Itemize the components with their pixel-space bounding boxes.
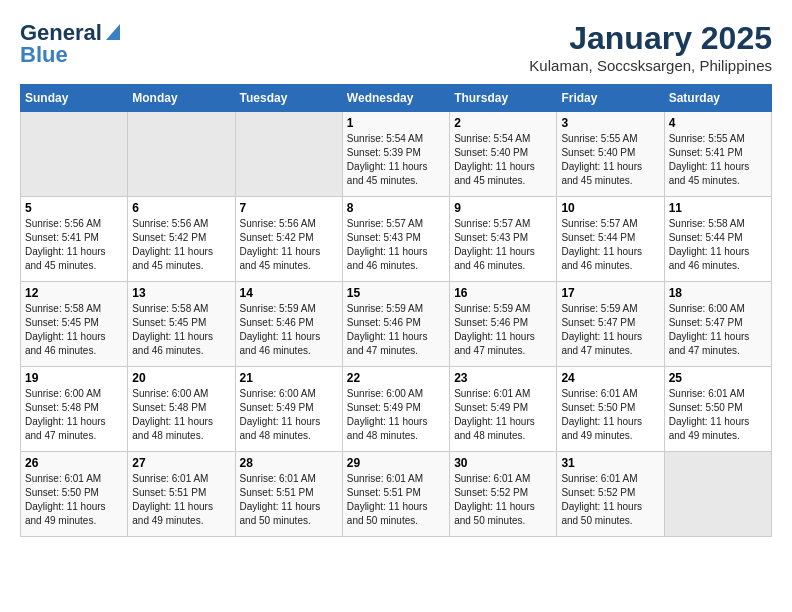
day-info: Sunrise: 5:57 AMSunset: 5:44 PMDaylight:… — [561, 217, 659, 273]
day-number: 6 — [132, 201, 230, 215]
day-cell: 1Sunrise: 5:54 AMSunset: 5:39 PMDaylight… — [342, 112, 449, 197]
day-number: 29 — [347, 456, 445, 470]
day-info: Sunrise: 6:00 AMSunset: 5:48 PMDaylight:… — [132, 387, 230, 443]
day-info: Sunrise: 6:00 AMSunset: 5:49 PMDaylight:… — [240, 387, 338, 443]
day-info: Sunrise: 6:01 AMSunset: 5:51 PMDaylight:… — [132, 472, 230, 528]
day-number: 9 — [454, 201, 552, 215]
day-number: 14 — [240, 286, 338, 300]
day-cell: 22Sunrise: 6:00 AMSunset: 5:49 PMDayligh… — [342, 367, 449, 452]
logo: General Blue — [20, 20, 120, 68]
day-info: Sunrise: 5:56 AMSunset: 5:42 PMDaylight:… — [240, 217, 338, 273]
day-info: Sunrise: 5:59 AMSunset: 5:46 PMDaylight:… — [454, 302, 552, 358]
day-cell — [664, 452, 771, 537]
header-friday: Friday — [557, 85, 664, 112]
day-number: 24 — [561, 371, 659, 385]
day-cell: 12Sunrise: 5:58 AMSunset: 5:45 PMDayligh… — [21, 282, 128, 367]
day-cell — [128, 112, 235, 197]
day-info: Sunrise: 6:01 AMSunset: 5:50 PMDaylight:… — [25, 472, 123, 528]
day-number: 4 — [669, 116, 767, 130]
day-info: Sunrise: 5:54 AMSunset: 5:39 PMDaylight:… — [347, 132, 445, 188]
day-number: 21 — [240, 371, 338, 385]
day-info: Sunrise: 5:55 AMSunset: 5:40 PMDaylight:… — [561, 132, 659, 188]
day-cell: 20Sunrise: 6:00 AMSunset: 5:48 PMDayligh… — [128, 367, 235, 452]
title-section: January 2025 Kulaman, Soccsksargen, Phil… — [529, 20, 772, 74]
week-row-1: 1Sunrise: 5:54 AMSunset: 5:39 PMDaylight… — [21, 112, 772, 197]
day-info: Sunrise: 5:58 AMSunset: 5:45 PMDaylight:… — [132, 302, 230, 358]
logo-blue: Blue — [20, 42, 68, 68]
day-info: Sunrise: 6:01 AMSunset: 5:52 PMDaylight:… — [454, 472, 552, 528]
day-number: 28 — [240, 456, 338, 470]
day-cell: 13Sunrise: 5:58 AMSunset: 5:45 PMDayligh… — [128, 282, 235, 367]
day-info: Sunrise: 6:00 AMSunset: 5:49 PMDaylight:… — [347, 387, 445, 443]
day-info: Sunrise: 5:59 AMSunset: 5:46 PMDaylight:… — [347, 302, 445, 358]
day-number: 13 — [132, 286, 230, 300]
day-number: 17 — [561, 286, 659, 300]
day-info: Sunrise: 5:57 AMSunset: 5:43 PMDaylight:… — [454, 217, 552, 273]
day-cell: 25Sunrise: 6:01 AMSunset: 5:50 PMDayligh… — [664, 367, 771, 452]
logo-triangle-icon — [102, 24, 120, 42]
header-thursday: Thursday — [450, 85, 557, 112]
page-subtitle: Kulaman, Soccsksargen, Philippines — [529, 57, 772, 74]
day-info: Sunrise: 5:57 AMSunset: 5:43 PMDaylight:… — [347, 217, 445, 273]
calendar-header-row: SundayMondayTuesdayWednesdayThursdayFrid… — [21, 85, 772, 112]
day-info: Sunrise: 6:01 AMSunset: 5:50 PMDaylight:… — [669, 387, 767, 443]
day-cell: 5Sunrise: 5:56 AMSunset: 5:41 PMDaylight… — [21, 197, 128, 282]
day-cell: 2Sunrise: 5:54 AMSunset: 5:40 PMDaylight… — [450, 112, 557, 197]
day-number: 31 — [561, 456, 659, 470]
day-cell — [21, 112, 128, 197]
day-info: Sunrise: 6:00 AMSunset: 5:48 PMDaylight:… — [25, 387, 123, 443]
week-row-3: 12Sunrise: 5:58 AMSunset: 5:45 PMDayligh… — [21, 282, 772, 367]
day-number: 27 — [132, 456, 230, 470]
day-info: Sunrise: 5:54 AMSunset: 5:40 PMDaylight:… — [454, 132, 552, 188]
day-number: 23 — [454, 371, 552, 385]
day-cell: 11Sunrise: 5:58 AMSunset: 5:44 PMDayligh… — [664, 197, 771, 282]
day-info: Sunrise: 6:01 AMSunset: 5:51 PMDaylight:… — [240, 472, 338, 528]
day-number: 26 — [25, 456, 123, 470]
day-info: Sunrise: 6:01 AMSunset: 5:52 PMDaylight:… — [561, 472, 659, 528]
day-cell: 10Sunrise: 5:57 AMSunset: 5:44 PMDayligh… — [557, 197, 664, 282]
day-cell: 26Sunrise: 6:01 AMSunset: 5:50 PMDayligh… — [21, 452, 128, 537]
day-number: 2 — [454, 116, 552, 130]
day-info: Sunrise: 5:56 AMSunset: 5:42 PMDaylight:… — [132, 217, 230, 273]
day-number: 3 — [561, 116, 659, 130]
day-number: 11 — [669, 201, 767, 215]
day-cell: 29Sunrise: 6:01 AMSunset: 5:51 PMDayligh… — [342, 452, 449, 537]
page: General Blue January 2025 Kulaman, Soccs… — [0, 0, 792, 552]
header-monday: Monday — [128, 85, 235, 112]
svg-marker-0 — [106, 24, 120, 40]
day-cell: 7Sunrise: 5:56 AMSunset: 5:42 PMDaylight… — [235, 197, 342, 282]
day-cell: 31Sunrise: 6:01 AMSunset: 5:52 PMDayligh… — [557, 452, 664, 537]
day-number: 7 — [240, 201, 338, 215]
day-cell: 16Sunrise: 5:59 AMSunset: 5:46 PMDayligh… — [450, 282, 557, 367]
day-info: Sunrise: 5:59 AMSunset: 5:47 PMDaylight:… — [561, 302, 659, 358]
day-number: 16 — [454, 286, 552, 300]
header-tuesday: Tuesday — [235, 85, 342, 112]
header-saturday: Saturday — [664, 85, 771, 112]
day-number: 1 — [347, 116, 445, 130]
day-cell: 24Sunrise: 6:01 AMSunset: 5:50 PMDayligh… — [557, 367, 664, 452]
calendar-table: SundayMondayTuesdayWednesdayThursdayFrid… — [20, 84, 772, 537]
day-number: 8 — [347, 201, 445, 215]
day-info: Sunrise: 5:58 AMSunset: 5:45 PMDaylight:… — [25, 302, 123, 358]
day-info: Sunrise: 6:01 AMSunset: 5:49 PMDaylight:… — [454, 387, 552, 443]
day-number: 18 — [669, 286, 767, 300]
day-info: Sunrise: 5:55 AMSunset: 5:41 PMDaylight:… — [669, 132, 767, 188]
day-cell: 8Sunrise: 5:57 AMSunset: 5:43 PMDaylight… — [342, 197, 449, 282]
day-number: 30 — [454, 456, 552, 470]
day-cell: 18Sunrise: 6:00 AMSunset: 5:47 PMDayligh… — [664, 282, 771, 367]
page-title: January 2025 — [529, 20, 772, 57]
day-cell: 15Sunrise: 5:59 AMSunset: 5:46 PMDayligh… — [342, 282, 449, 367]
header: General Blue January 2025 Kulaman, Soccs… — [20, 20, 772, 74]
day-number: 12 — [25, 286, 123, 300]
day-cell: 14Sunrise: 5:59 AMSunset: 5:46 PMDayligh… — [235, 282, 342, 367]
day-info: Sunrise: 6:01 AMSunset: 5:50 PMDaylight:… — [561, 387, 659, 443]
day-cell: 9Sunrise: 5:57 AMSunset: 5:43 PMDaylight… — [450, 197, 557, 282]
day-cell: 28Sunrise: 6:01 AMSunset: 5:51 PMDayligh… — [235, 452, 342, 537]
day-cell: 21Sunrise: 6:00 AMSunset: 5:49 PMDayligh… — [235, 367, 342, 452]
day-number: 10 — [561, 201, 659, 215]
day-info: Sunrise: 5:56 AMSunset: 5:41 PMDaylight:… — [25, 217, 123, 273]
day-info: Sunrise: 5:59 AMSunset: 5:46 PMDaylight:… — [240, 302, 338, 358]
week-row-2: 5Sunrise: 5:56 AMSunset: 5:41 PMDaylight… — [21, 197, 772, 282]
day-number: 20 — [132, 371, 230, 385]
day-number: 22 — [347, 371, 445, 385]
